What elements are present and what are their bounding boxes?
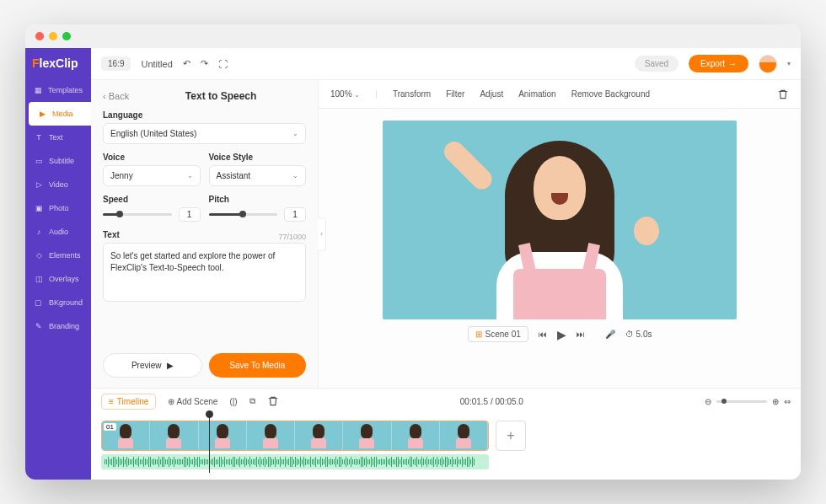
copy-icon[interactable]: ⧉ [249, 396, 255, 406]
templates-icon: ▦ [34, 85, 43, 95]
sidebar-item-elements[interactable]: ◇Elements [25, 244, 91, 267]
overlays-icon: ◫ [34, 274, 44, 284]
play-icon: ▶ [167, 361, 174, 370]
tts-panel: ‹ Back Text to Speech Language English (… [91, 80, 319, 388]
playhead[interactable] [209, 414, 210, 473]
pitch-value[interactable]: 1 [284, 207, 306, 222]
text-icon: T [34, 132, 44, 142]
fullscreen-icon[interactable]: ⛶ [218, 59, 228, 69]
tool-adjust[interactable]: Adjust [480, 89, 503, 99]
next-icon[interactable]: ⏭ [577, 330, 585, 339]
tool-transform[interactable]: Transform [393, 89, 431, 99]
audio-icon: ♪ [34, 227, 44, 237]
subtitle-icon: ▭ [34, 156, 44, 166]
saved-status: Saved [635, 56, 678, 72]
sidebar-item-video[interactable]: ▷Video [25, 173, 91, 196]
sidebar-item-overlays[interactable]: ◫Overlays [25, 267, 91, 291]
fit-icon[interactable]: ⇔ [784, 397, 791, 406]
timeline-icon: ≡ [109, 397, 114, 406]
language-label: Language [103, 110, 306, 120]
pitch-slider[interactable] [209, 213, 278, 216]
branding-icon: ✎ [34, 321, 44, 331]
sidebar-item-media[interactable]: ▶Media [29, 102, 91, 126]
preview-button[interactable]: Preview▶ [103, 353, 202, 378]
split-icon[interactable]: (|) [229, 397, 237, 406]
canvas-area: ‹ 100% ⌄ | Transform Filter Adjust Anima… [319, 80, 801, 388]
timeline-tab[interactable]: ≡Timeline [101, 394, 156, 410]
max-dot[interactable] [62, 32, 71, 40]
project-name[interactable]: Untitled [141, 59, 172, 69]
chevron-down-icon: ⌄ [292, 130, 298, 137]
zoom-slider[interactable] [716, 400, 767, 403]
speed-slider[interactable] [103, 213, 172, 216]
arrow-right-icon: → [728, 59, 737, 68]
save-to-media-button[interactable]: Save To Media [209, 353, 307, 378]
sidebar-item-photo[interactable]: ▣Photo [25, 196, 91, 220]
language-select[interactable]: English (United States)⌄ [103, 123, 306, 144]
text-counter: 77/1000 [278, 233, 306, 241]
redo-icon[interactable]: ↷ [201, 58, 208, 69]
zoom-out-icon[interactable]: ⊖ [705, 397, 711, 406]
play-icon[interactable]: ▶ [557, 328, 566, 341]
collapse-panel-button[interactable]: ‹ [318, 217, 326, 251]
sidebar-item-templates[interactable]: ▦Templates [25, 78, 91, 102]
video-clip[interactable]: 01 [101, 421, 489, 451]
add-scene-button[interactable]: ⊕ Add Scene [168, 397, 217, 406]
close-dot[interactable] [35, 32, 44, 40]
min-dot[interactable] [49, 32, 57, 40]
sidebar-item-branding[interactable]: ✎Branding [25, 314, 91, 338]
logo: FlexClip [25, 48, 91, 78]
timeline-position: 00:01.5 / 00:05.0 [460, 397, 523, 406]
audio-clip[interactable] [101, 454, 489, 469]
photo-icon: ▣ [34, 203, 44, 213]
aspect-ratio[interactable]: 16:9 [101, 56, 131, 71]
trash-icon[interactable] [267, 395, 279, 407]
voice-style-label: Voice Style [209, 153, 307, 162]
sidebar-item-bkground[interactable]: ▢BKground [25, 291, 91, 314]
speed-value[interactable]: 1 [179, 207, 201, 222]
sidebar-item-audio[interactable]: ♪Audio [25, 220, 91, 244]
text-label: Text [103, 230, 120, 239]
undo-icon[interactable]: ↶ [183, 58, 190, 69]
elements-icon: ◇ [34, 250, 44, 260]
voice-style-select[interactable]: Assistant⌄ [209, 165, 307, 186]
clip-number: 01 [104, 423, 116, 431]
scene-selector[interactable]: ⊞Scene 01 [468, 326, 528, 342]
text-input[interactable]: So let's get started and explore the pow… [103, 243, 306, 302]
voice-label: Voice [103, 153, 201, 162]
prev-icon[interactable]: ⏮ [539, 330, 547, 339]
tool-animation[interactable]: Animation [518, 89, 555, 99]
timeline-section: ≡Timeline ⊕ Add Scene (|) ⧉ 00:01.5 / 00… [91, 388, 801, 480]
tool-remove-bg[interactable]: Remove Background [571, 89, 650, 99]
sidebar-item-text[interactable]: TText [25, 126, 91, 149]
media-icon: ▶ [37, 109, 47, 119]
speed-label: Speed [103, 195, 201, 204]
scene-icon: ⊞ [475, 330, 482, 339]
tool-filter[interactable]: Filter [446, 89, 464, 99]
add-clip-button[interactable]: + [496, 421, 526, 451]
panel-title: Text to Speech [136, 90, 306, 102]
chevron-down-icon: ⌄ [292, 172, 298, 180]
chevron-down-icon[interactable]: ▾ [787, 60, 791, 67]
video-preview[interactable] [383, 121, 737, 319]
zoom-in-icon[interactable]: ⊕ [772, 397, 779, 406]
export-button[interactable]: Export→ [689, 55, 748, 72]
chevron-down-icon: ⌄ [187, 172, 193, 180]
delete-icon[interactable] [777, 88, 789, 100]
mic-icon[interactable]: 🎤 [605, 330, 615, 339]
zoom-level[interactable]: 100% ⌄ [330, 89, 360, 99]
duration-badge[interactable]: ⏱ 5.0s [625, 330, 652, 339]
pitch-label: Pitch [209, 195, 307, 204]
background-icon: ▢ [34, 298, 44, 308]
topbar: 16:9 Untitled ↶ ↷ ⛶ Saved Export→ ▾ [91, 48, 801, 80]
avatar[interactable] [759, 55, 777, 73]
back-button[interactable]: ‹ Back [103, 91, 129, 101]
sidebar-item-subtitle[interactable]: ▭Subtitle [25, 149, 91, 173]
voice-select[interactable]: Jenny⌄ [103, 165, 201, 186]
sidebar: FlexClip ▦Templates ▶Media TText ▭Subtit… [25, 48, 91, 480]
video-icon: ▷ [34, 180, 44, 190]
window-titlebar [25, 24, 801, 48]
